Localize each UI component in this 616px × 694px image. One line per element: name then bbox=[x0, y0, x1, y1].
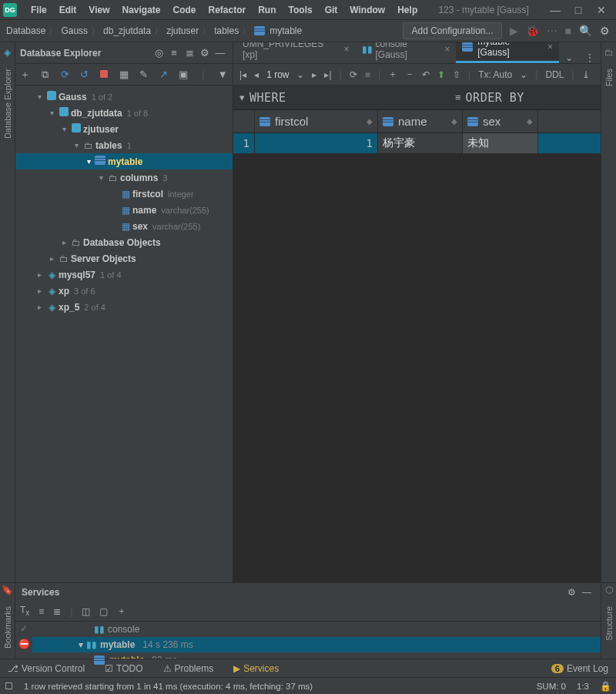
stop-icon[interactable]: ■ bbox=[565, 25, 571, 37]
next-page-icon[interactable]: ▸ bbox=[312, 69, 316, 80]
target-icon[interactable]: ◎ bbox=[151, 47, 166, 59]
add-configuration-button[interactable]: Add Configuration... bbox=[403, 22, 501, 39]
tree-node-col-firstcol[interactable]: ▦ firstcol integer bbox=[15, 186, 233, 202]
col-header-firstcol[interactable]: firstcol◆ bbox=[255, 110, 378, 132]
tree-node-schema[interactable]: ▾ zjutuser bbox=[15, 121, 233, 137]
tree-node-mytable[interactable]: ▾ mytable bbox=[15, 153, 233, 169]
tree-node-dbobjects[interactable]: ▸🗀 Database Objects bbox=[15, 234, 233, 250]
close-icon[interactable]: × bbox=[547, 42, 553, 52]
structure-icon[interactable]: ⬡ bbox=[605, 585, 613, 595]
tool-version-control[interactable]: ⎇Version Control bbox=[3, 662, 89, 676]
pin-icon[interactable]: ▢ bbox=[99, 606, 108, 617]
ddl-button[interactable]: DDL bbox=[545, 69, 564, 80]
services-node-console[interactable]: ▮▮ console bbox=[32, 622, 601, 637]
orderby-filter[interactable]: ≡ ORDER BY bbox=[449, 91, 601, 105]
where-filter[interactable]: ▾ WHERE bbox=[233, 91, 449, 105]
edit-icon[interactable]: ✎ bbox=[137, 69, 151, 80]
col-header-name[interactable]: name◆ bbox=[378, 110, 463, 132]
debug-icon[interactable]: 🐞 bbox=[526, 25, 539, 37]
gear-icon[interactable]: ⚙ bbox=[564, 587, 579, 598]
export-icon[interactable]: ⤓ bbox=[582, 69, 590, 80]
minimize-icon[interactable]: — bbox=[544, 2, 567, 18]
console-icon[interactable]: ▣ bbox=[176, 69, 190, 80]
tree-node-db[interactable]: ▾ db_zjutdata 1 of 8 bbox=[15, 105, 233, 121]
tool-todo[interactable]: ☑TODO bbox=[100, 662, 147, 676]
last-page-icon[interactable]: ▸| bbox=[324, 69, 331, 80]
bookmarks-icon[interactable]: 🔖 bbox=[2, 585, 13, 595]
tx-icon[interactable]: Tx bbox=[20, 605, 29, 617]
expand-icon[interactable]: ≡ bbox=[166, 47, 182, 59]
collapse-icon[interactable]: ≣ bbox=[53, 606, 61, 617]
stop-icon[interactable]: ■ bbox=[365, 69, 370, 80]
reload-icon[interactable]: ⟳ bbox=[350, 69, 357, 80]
tree-node-xp5[interactable]: ▸◈ xp_5 2 of 4 bbox=[15, 299, 233, 315]
crumb-database[interactable]: Database bbox=[6, 25, 45, 36]
settings-icon[interactable]: ⚙ bbox=[600, 25, 610, 37]
menu-view[interactable]: View bbox=[82, 2, 116, 18]
hide-icon[interactable]: — bbox=[579, 587, 594, 598]
close-icon[interactable]: ✕ bbox=[590, 2, 613, 18]
jump-icon[interactable]: ↗ bbox=[156, 69, 170, 80]
upload-icon[interactable]: ⇧ bbox=[453, 69, 460, 80]
tree-node-col-sex[interactable]: ▦ sex varchar(255) bbox=[15, 218, 233, 234]
table-view-icon[interactable]: ▦ bbox=[117, 69, 131, 80]
filter-icon[interactable]: ▼ bbox=[216, 69, 229, 80]
left-strip-bookmarks[interactable]: Bookmarks bbox=[3, 606, 12, 649]
layout-icon[interactable]: ◫ bbox=[82, 606, 90, 617]
add-row-icon[interactable]: ＋ bbox=[388, 68, 397, 81]
refresh-icon[interactable]: ⟳ bbox=[58, 69, 72, 80]
services-node-mytable[interactable]: ▾ ▮▮ mytable 14 s 236 ms bbox=[32, 637, 601, 652]
menu-tools[interactable]: Tools bbox=[283, 2, 319, 18]
menu-navigate[interactable]: Navigate bbox=[116, 2, 166, 18]
tab-mytable[interactable]: mytable [Gauss]× bbox=[456, 42, 559, 63]
maximize-icon[interactable]: □ bbox=[567, 2, 590, 18]
check-icon[interactable]: ✓ bbox=[20, 623, 28, 634]
stop-icon[interactable] bbox=[98, 69, 112, 80]
gear-icon[interactable]: ⚙ bbox=[197, 47, 213, 59]
tool-event-log[interactable]: 6 Event Log bbox=[547, 662, 613, 676]
menu-run[interactable]: Run bbox=[252, 2, 282, 18]
commit-icon[interactable]: ⬆ bbox=[437, 69, 445, 80]
lock-icon[interactable]: 🔒 bbox=[600, 681, 611, 692]
collapse-icon[interactable]: ≣ bbox=[182, 47, 197, 59]
tree-node-columns[interactable]: ▾🗀 columns 3 bbox=[15, 169, 233, 186]
crumb-schema[interactable]: zjutuser bbox=[166, 25, 199, 36]
run-icon[interactable]: ▶ bbox=[510, 25, 518, 37]
menu-code[interactable]: Code bbox=[167, 2, 203, 18]
prev-page-icon[interactable]: ◂ bbox=[254, 69, 259, 80]
tree-node-mysql57[interactable]: ▸◈ mysql57 1 of 4 bbox=[15, 267, 233, 283]
tx-dropdown-icon[interactable]: ⌄ bbox=[520, 69, 527, 80]
remove-row-icon[interactable]: － bbox=[405, 68, 414, 81]
tree-node-col-name[interactable]: ▦ name varchar(255) bbox=[15, 202, 233, 218]
close-icon[interactable]: × bbox=[343, 44, 349, 55]
left-strip-db-explorer[interactable]: Database Explorer bbox=[3, 69, 12, 139]
table-row[interactable]: 1 1 杨宇豪 未知 bbox=[233, 133, 601, 153]
sync-icon[interactable]: ↺ bbox=[78, 69, 92, 80]
add-icon[interactable]: ＋ bbox=[117, 605, 126, 618]
add-icon[interactable]: ＋ bbox=[18, 68, 32, 82]
cell-firstcol[interactable]: 1 bbox=[255, 133, 378, 153]
run-more-icon[interactable]: ⋯ bbox=[547, 25, 557, 37]
row-number-header[interactable] bbox=[233, 110, 255, 132]
menu-file[interactable]: File bbox=[25, 2, 53, 18]
cell-sex[interactable]: 未知 bbox=[463, 133, 538, 153]
tab-privileges[interactable]: UMN_PRIVILEGES [xp]× bbox=[236, 42, 356, 63]
search-icon[interactable]: 🔍 bbox=[579, 25, 592, 37]
crumb-tables[interactable]: tables bbox=[214, 25, 239, 36]
menu-edit[interactable]: Edit bbox=[53, 2, 83, 18]
stop-icon[interactable]: ⛔ bbox=[18, 639, 30, 649]
right-strip-files[interactable]: Files bbox=[604, 69, 614, 86]
rowrange-dropdown-icon[interactable]: ⌄ bbox=[296, 69, 304, 80]
tree-node-tables[interactable]: ▾🗀 tables 1 bbox=[15, 137, 233, 153]
tx-mode[interactable]: Tx: Auto bbox=[478, 69, 512, 80]
tree-node-xp[interactable]: ▸◈ xp 3 of 6 bbox=[15, 283, 233, 299]
tab-console[interactable]: ▮▮ console [Gauss]× bbox=[356, 42, 457, 63]
crumb-mytable[interactable]: mytable bbox=[270, 25, 302, 36]
first-page-icon[interactable]: |◂ bbox=[239, 69, 246, 80]
right-strip-structure[interactable]: Structure bbox=[604, 606, 614, 641]
explorer-tree[interactable]: ▾ Gauss 1 of 2 ▾ db_zjutdata 1 of 8 ▾ zj… bbox=[15, 85, 233, 582]
menu-help[interactable]: Help bbox=[391, 2, 424, 18]
copy-icon[interactable]: ⧉ bbox=[38, 69, 52, 81]
crumb-gauss[interactable]: Gauss bbox=[61, 25, 88, 36]
row-range[interactable]: 1 row bbox=[266, 69, 289, 80]
